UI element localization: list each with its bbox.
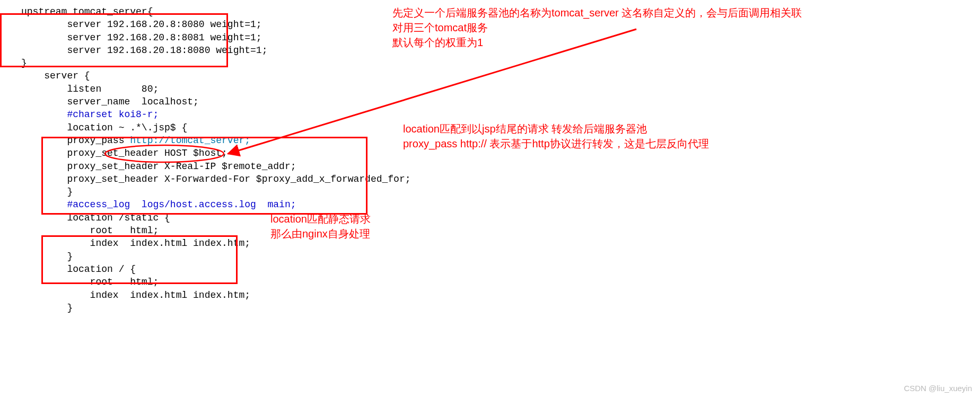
proxy-pass-line: proxy_pass http://tomcat_server;	[21, 135, 250, 146]
listen-line: listen 80;	[21, 84, 159, 94]
annotation-line: 对用三个tomcat服务	[392, 20, 802, 35]
annotation-static: location匹配静态请求 那么由nginx自身处理	[270, 211, 371, 263]
upstream-block: upstream tomcat_server{ server 192.168.2…	[21, 5, 377, 69]
root-line: root html;	[21, 277, 159, 287]
upstream-server-2: server 192.168.20.8:8081 weight=1;	[21, 32, 262, 43]
server-open: server {	[21, 70, 90, 81]
access-log-comment: #access_log logs/host.access.log main;	[21, 198, 980, 211]
annotation-line: location匹配到以jsp结尾的请求 转发给后端服务器池	[403, 121, 709, 136]
server-block: server { listen 80; server_name localhos…	[21, 69, 980, 121]
charset-comment: #charset koi8-r;	[21, 109, 159, 120]
proxy-header-xff: proxy_set_header X-Forwarded-For $proxy_…	[21, 174, 411, 184]
watermark: CSDN @liu_xueyin	[904, 383, 972, 394]
location-root-close: }	[21, 303, 73, 313]
root-line: root html;	[21, 225, 159, 236]
annotation-line: 先定义一个后端服务器池的名称为tomcat_server 这名称自定义的，会与后…	[392, 5, 802, 20]
upstream-open: upstream tomcat_server{	[21, 6, 153, 17]
location-jsp-block: location ~ .*\.jsp$ { proxy_pass http://…	[21, 121, 377, 199]
annotation-proxy: location匹配到以jsp结尾的请求 转发给后端服务器池 proxy_pas…	[403, 121, 709, 199]
upstream-close: }	[21, 58, 27, 68]
location-jsp-close: }	[21, 187, 73, 197]
location-static-block: location /static { root html; index inde…	[21, 211, 244, 263]
proxy-header-realip: proxy_set_header X-Real-IP $remote_addr;	[21, 161, 296, 172]
code-document: upstream tomcat_server{ server 192.168.2…	[0, 0, 980, 314]
index-line: index index.html index.htm;	[21, 238, 250, 249]
annotation-line: 那么由nginx自身处理	[270, 226, 371, 241]
proxy-pass-url: http://tomcat_server;	[130, 135, 250, 146]
location-static-close: }	[21, 251, 73, 262]
annotation-upstream: 先定义一个后端服务器池的名称为tomcat_server 这名称自定义的，会与后…	[392, 5, 802, 69]
index-line: index index.html index.htm;	[21, 290, 250, 300]
annotation-line: location匹配静态请求	[270, 211, 371, 226]
location-static-open: location /static {	[21, 213, 170, 223]
upstream-server-1: server 192.168.20.8:8080 weight=1;	[21, 19, 262, 30]
location-jsp-open: location ~ .*\.jsp$ {	[21, 122, 187, 133]
location-root-open: location / {	[21, 264, 136, 275]
annotation-line: proxy_pass http:// 表示基于http协议进行转发，这是七层反向…	[403, 136, 709, 151]
upstream-server-3: server 192.168.20.18:8080 weight=1;	[21, 45, 267, 56]
server-name-line: server_name localhost;	[21, 96, 199, 107]
annotation-line: 默认每个的权重为1	[392, 35, 802, 50]
proxy-header-host: proxy_set_header HOST $host;	[21, 148, 228, 158]
location-root-block: location / { root html; index index.html…	[21, 263, 980, 314]
